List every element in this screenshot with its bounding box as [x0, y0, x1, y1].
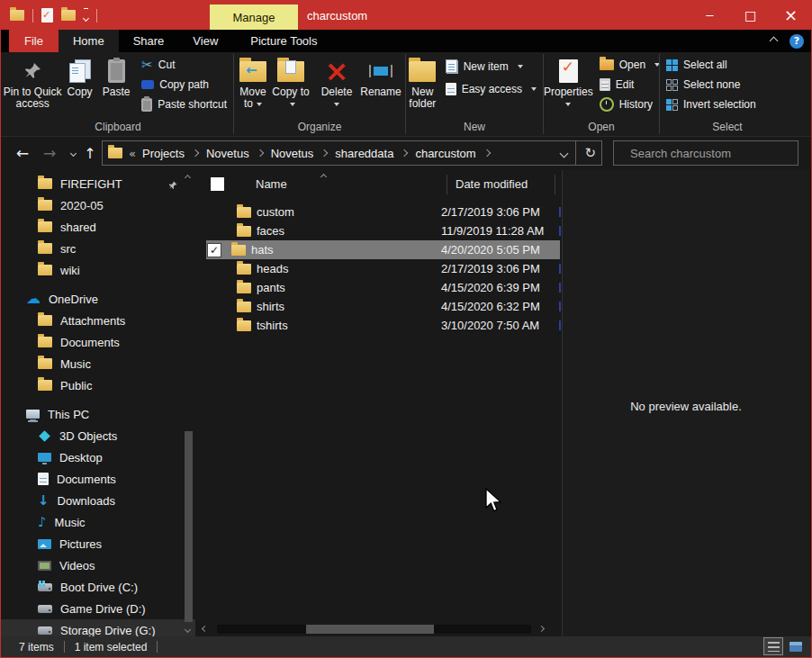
thumbnail-view-button[interactable]: [786, 637, 806, 655]
breadcrumb-item[interactable]: Novetus: [271, 147, 314, 160]
paste-button[interactable]: Paste: [97, 52, 135, 117]
details-view-button[interactable]: [763, 637, 783, 655]
sidebar-item-music-pc[interactable]: ♪Music: [1, 511, 195, 533]
sidebar-item-videos[interactable]: Videos: [1, 554, 195, 576]
forward-button[interactable]: →: [39, 137, 60, 170]
collapse-ribbon-icon[interactable]: [770, 37, 779, 46]
tab-home[interactable]: Home: [59, 30, 119, 52]
row-marker: [559, 207, 561, 217]
column-header-name[interactable]: Name: [256, 177, 287, 191]
invert-selection-button[interactable]: Invert selection: [660, 95, 762, 114]
sidebar-item-this-pc[interactable]: This PC: [1, 403, 195, 425]
sidebar-item-public[interactable]: Public: [1, 374, 195, 396]
scroll-up-icon[interactable]: [185, 175, 191, 181]
horizontal-scrollbar[interactable]: [195, 622, 551, 636]
file-row[interactable]: custom 2/17/2019 3:06 PM: [206, 203, 560, 221]
address-bar[interactable]: « Projects Novetus Novetus shareddata ch…: [102, 140, 602, 166]
breadcrumb-chevron-icon[interactable]: [401, 149, 408, 157]
qat-properties-icon[interactable]: ✓: [41, 8, 53, 23]
copy-path-button[interactable]: Copy path: [135, 75, 233, 95]
search-input[interactable]: [628, 146, 790, 161]
refresh-icon[interactable]: ↻: [584, 147, 596, 160]
qat-customize-icon[interactable]: [84, 8, 88, 23]
file-row-selected[interactable]: ✓ hats 4/20/2020 5:05 PM: [206, 240, 560, 259]
manage-contextual-tab[interactable]: Manage: [210, 5, 298, 30]
breadcrumb-item[interactable]: Novetus: [206, 147, 249, 160]
sidebar-item-shared[interactable]: shared: [1, 216, 195, 238]
recent-locations-icon[interactable]: [66, 137, 80, 170]
search-box[interactable]: [613, 140, 798, 166]
address-dropdown-icon[interactable]: [560, 149, 569, 158]
sidebar-item-onedrive[interactable]: ☁OneDrive: [1, 288, 195, 310]
scroll-down-icon[interactable]: [185, 626, 191, 633]
file-row[interactable]: heads 2/17/2019 3:06 PM: [206, 259, 560, 278]
breadcrumb-item[interactable]: charcustom: [415, 147, 475, 160]
sidebar-item-2020-05[interactable]: 2020-05: [1, 194, 195, 216]
breadcrumb-item[interactable]: Projects: [142, 147, 185, 160]
minimize-button[interactable]: ─: [690, 1, 730, 30]
breadcrumb-item[interactable]: shareddata: [335, 147, 393, 160]
scroll-left-icon[interactable]: [202, 626, 208, 632]
sidebar-item-label: Pictures: [59, 537, 102, 551]
file-row[interactable]: faces 11/9/2019 11:28 AM: [206, 221, 560, 240]
easy-access-button[interactable]: Easy access: [439, 79, 543, 99]
scroll-right-icon[interactable]: [538, 626, 545, 632]
sidebar-item-boot-drive[interactable]: Boot Drive (C:): [1, 576, 195, 598]
open-button[interactable]: Open: [593, 55, 666, 75]
pin-to-quick-access-button[interactable]: Pin to Quick access: [3, 52, 62, 117]
history-icon: [600, 97, 614, 112]
cut-button[interactable]: ✂ Cut: [135, 55, 233, 75]
scrollbar-thumb[interactable]: [306, 625, 434, 634]
sidebar-item-music[interactable]: Music: [1, 353, 195, 374]
qat-folder2-icon[interactable]: [61, 10, 76, 21]
paste-shortcut-button[interactable]: Paste shortcut: [135, 95, 233, 114]
scrollbar-thumb[interactable]: [185, 431, 193, 622]
rename-button[interactable]: Rename: [357, 52, 404, 117]
copy-to-button[interactable]: Copy to: [272, 52, 310, 117]
tab-share[interactable]: Share: [119, 30, 179, 52]
sidebar-item-documents[interactable]: Documents: [1, 331, 195, 353]
sidebar-item-3d-objects[interactable]: 3D Objects: [1, 425, 195, 446]
sidebar-item-game-drive[interactable]: Game Drive (D:): [1, 598, 195, 619]
column-header-date-modified[interactable]: Date modified: [456, 177, 528, 191]
breadcrumb-chevron-icon[interactable]: [320, 149, 328, 157]
file-row[interactable]: tshirts 3/10/2020 7:50 AM: [206, 316, 560, 335]
breadcrumb-chevron-icon[interactable]: [483, 149, 490, 157]
move-to-button[interactable]: ← Move to: [234, 52, 272, 117]
sidebar-item-wiki[interactable]: wiki: [1, 259, 195, 281]
sidebar-item-downloads[interactable]: ↓Downloads: [1, 490, 195, 511]
select-all-button[interactable]: Select all: [660, 55, 762, 75]
maximize-button[interactable]: □: [730, 1, 771, 30]
new-item-button[interactable]: New item: [439, 57, 543, 77]
breadcrumb-chevron-icon[interactable]: [256, 149, 263, 157]
sidebar-item-desktop[interactable]: Desktop: [1, 446, 195, 468]
sidebar-item-attachments[interactable]: Attachments: [1, 310, 195, 331]
select-all-checkbox[interactable]: [211, 177, 224, 191]
sidebar-item-storage-drive[interactable]: Storage Drive (G:): [1, 619, 195, 636]
select-none-button[interactable]: Select none: [660, 75, 762, 95]
breadcrumb-overflow-icon[interactable]: «: [129, 148, 136, 159]
help-icon[interactable]: ?: [789, 34, 804, 49]
properties-button[interactable]: ✓ Properties: [544, 52, 593, 117]
delete-button[interactable]: × Delete: [316, 52, 357, 117]
breadcrumb-chevron-icon[interactable]: [192, 149, 199, 157]
tab-file[interactable]: File: [9, 30, 59, 52]
new-folder-button[interactable]: New folder: [406, 52, 439, 117]
sidebar-item-pictures[interactable]: Pictures: [1, 533, 195, 554]
row-checkbox[interactable]: ✓: [207, 243, 221, 257]
copy-button[interactable]: Copy: [62, 52, 97, 117]
up-button[interactable]: ↑: [80, 137, 100, 170]
file-row[interactable]: shirts 4/15/2020 6:32 PM: [206, 297, 560, 316]
back-button[interactable]: ←: [12, 137, 33, 170]
tab-view[interactable]: View: [178, 30, 232, 52]
history-button[interactable]: History: [593, 95, 666, 114]
tab-picture-tools[interactable]: Picture Tools: [236, 30, 331, 52]
sidebar-item-src[interactable]: src: [1, 238, 195, 259]
qat-folder-icon[interactable]: [10, 10, 24, 21]
close-button[interactable]: ×: [771, 1, 811, 30]
edit-button[interactable]: Edit: [593, 75, 666, 95]
file-row[interactable]: pants 4/15/2020 6:39 PM: [206, 278, 560, 297]
sidebar-item-firefight[interactable]: FIREFIGHT: [1, 173, 195, 194]
sidebar-scrollbar[interactable]: [183, 170, 194, 636]
sidebar-item-documents-pc[interactable]: Documents: [1, 468, 195, 490]
